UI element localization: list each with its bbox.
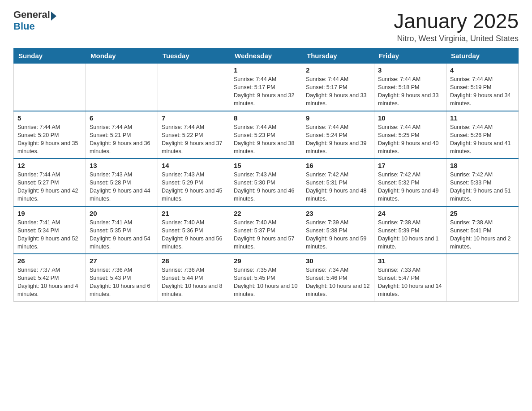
day-number: 8 xyxy=(234,114,298,122)
day-number: 31 xyxy=(378,257,442,265)
calendar-cell: 26Sunrise: 7:37 AM Sunset: 5:42 PM Dayli… xyxy=(14,254,86,301)
calendar-cell: 1Sunrise: 7:44 AM Sunset: 5:17 PM Daylig… xyxy=(230,64,302,111)
day-info: Sunrise: 7:42 AM Sunset: 5:33 PM Dayligh… xyxy=(450,171,515,203)
day-info: Sunrise: 7:36 AM Sunset: 5:43 PM Dayligh… xyxy=(90,266,154,299)
calendar-table: SundayMondayTuesdayWednesdayThursdayFrid… xyxy=(13,48,519,302)
calendar-cell: 19Sunrise: 7:41 AM Sunset: 5:34 PM Dayli… xyxy=(14,206,86,254)
day-number: 10 xyxy=(378,114,442,122)
day-number: 13 xyxy=(90,162,154,169)
calendar-cell: 30Sunrise: 7:34 AM Sunset: 5:46 PM Dayli… xyxy=(302,254,374,301)
day-info: Sunrise: 7:44 AM Sunset: 5:17 PM Dayligh… xyxy=(234,75,298,108)
day-info: Sunrise: 7:38 AM Sunset: 5:41 PM Dayligh… xyxy=(450,218,515,251)
day-number: 4 xyxy=(450,66,515,74)
calendar-cell xyxy=(86,64,158,111)
day-number: 28 xyxy=(162,257,226,265)
day-info: Sunrise: 7:43 AM Sunset: 5:29 PM Dayligh… xyxy=(162,171,226,203)
calendar-cell xyxy=(14,64,86,111)
day-number: 27 xyxy=(90,257,154,265)
day-info: Sunrise: 7:43 AM Sunset: 5:30 PM Dayligh… xyxy=(234,171,298,203)
day-info: Sunrise: 7:44 AM Sunset: 5:17 PM Dayligh… xyxy=(306,75,370,108)
day-info: Sunrise: 7:44 AM Sunset: 5:24 PM Dayligh… xyxy=(306,123,370,156)
day-info: Sunrise: 7:38 AM Sunset: 5:39 PM Dayligh… xyxy=(378,218,442,251)
calendar-week-row: 19Sunrise: 7:41 AM Sunset: 5:34 PM Dayli… xyxy=(14,206,519,254)
day-info: Sunrise: 7:42 AM Sunset: 5:32 PM Dayligh… xyxy=(378,171,442,203)
calendar-cell: 18Sunrise: 7:42 AM Sunset: 5:33 PM Dayli… xyxy=(446,158,519,206)
day-number: 11 xyxy=(450,114,515,122)
day-number: 1 xyxy=(234,66,298,74)
calendar-cell xyxy=(158,64,230,111)
calendar-cell: 20Sunrise: 7:41 AM Sunset: 5:35 PM Dayli… xyxy=(86,206,158,254)
logo-arrow-icon xyxy=(51,12,56,21)
day-number: 25 xyxy=(450,210,515,217)
calendar-cell: 29Sunrise: 7:35 AM Sunset: 5:45 PM Dayli… xyxy=(230,254,302,301)
page-subtitle: Nitro, West Virginia, United States xyxy=(394,34,519,43)
day-info: Sunrise: 7:44 AM Sunset: 5:22 PM Dayligh… xyxy=(162,123,226,156)
day-info: Sunrise: 7:43 AM Sunset: 5:28 PM Dayligh… xyxy=(90,171,154,203)
day-info: Sunrise: 7:44 AM Sunset: 5:20 PM Dayligh… xyxy=(17,123,82,156)
calendar-cell: 2Sunrise: 7:44 AM Sunset: 5:17 PM Daylig… xyxy=(302,64,374,111)
day-number: 29 xyxy=(234,257,298,265)
calendar-cell: 27Sunrise: 7:36 AM Sunset: 5:43 PM Dayli… xyxy=(86,254,158,301)
calendar-cell: 3Sunrise: 7:44 AM Sunset: 5:18 PM Daylig… xyxy=(374,64,446,111)
calendar-cell: 15Sunrise: 7:43 AM Sunset: 5:30 PM Dayli… xyxy=(230,158,302,206)
day-number: 3 xyxy=(378,66,442,74)
calendar-header-row: SundayMondayTuesdayWednesdayThursdayFrid… xyxy=(14,48,519,64)
calendar-cell: 4Sunrise: 7:44 AM Sunset: 5:19 PM Daylig… xyxy=(446,64,519,111)
calendar-cell: 17Sunrise: 7:42 AM Sunset: 5:32 PM Dayli… xyxy=(374,158,446,206)
calendar-cell: 24Sunrise: 7:38 AM Sunset: 5:39 PM Dayli… xyxy=(374,206,446,254)
logo-blue-text: Blue xyxy=(13,21,56,32)
day-number: 5 xyxy=(17,114,82,122)
day-number: 14 xyxy=(162,162,226,169)
calendar-week-row: 26Sunrise: 7:37 AM Sunset: 5:42 PM Dayli… xyxy=(14,254,519,301)
weekday-header-friday: Friday xyxy=(374,48,446,64)
day-number: 7 xyxy=(162,114,226,122)
day-number: 26 xyxy=(17,257,82,265)
calendar-week-row: 1Sunrise: 7:44 AM Sunset: 5:17 PM Daylig… xyxy=(14,64,519,111)
page-header: General Blue January 2025 Nitro, West Vi… xyxy=(13,9,519,43)
calendar-cell: 14Sunrise: 7:43 AM Sunset: 5:29 PM Dayli… xyxy=(158,158,230,206)
calendar-week-row: 12Sunrise: 7:44 AM Sunset: 5:27 PM Dayli… xyxy=(14,158,519,206)
title-area: January 2025 Nitro, West Virginia, Unite… xyxy=(394,9,519,43)
day-info: Sunrise: 7:42 AM Sunset: 5:31 PM Dayligh… xyxy=(306,171,370,203)
calendar-cell: 6Sunrise: 7:44 AM Sunset: 5:21 PM Daylig… xyxy=(86,111,158,159)
day-number: 12 xyxy=(17,162,82,169)
day-info: Sunrise: 7:44 AM Sunset: 5:23 PM Dayligh… xyxy=(234,123,298,156)
day-info: Sunrise: 7:40 AM Sunset: 5:37 PM Dayligh… xyxy=(234,218,298,251)
day-number: 22 xyxy=(234,210,298,217)
day-info: Sunrise: 7:36 AM Sunset: 5:44 PM Dayligh… xyxy=(162,266,226,299)
page-title: January 2025 xyxy=(394,9,519,33)
calendar-cell: 28Sunrise: 7:36 AM Sunset: 5:44 PM Dayli… xyxy=(158,254,230,301)
day-number: 20 xyxy=(90,210,154,217)
day-number: 9 xyxy=(306,114,370,122)
calendar-cell xyxy=(446,254,519,301)
weekday-header-thursday: Thursday xyxy=(302,48,374,64)
calendar-cell: 13Sunrise: 7:43 AM Sunset: 5:28 PM Dayli… xyxy=(86,158,158,206)
calendar-cell: 31Sunrise: 7:33 AM Sunset: 5:47 PM Dayli… xyxy=(374,254,446,301)
day-info: Sunrise: 7:41 AM Sunset: 5:35 PM Dayligh… xyxy=(90,218,154,251)
day-info: Sunrise: 7:41 AM Sunset: 5:34 PM Dayligh… xyxy=(17,218,82,251)
day-info: Sunrise: 7:37 AM Sunset: 5:42 PM Dayligh… xyxy=(17,266,82,299)
day-info: Sunrise: 7:44 AM Sunset: 5:21 PM Dayligh… xyxy=(90,123,154,156)
day-info: Sunrise: 7:35 AM Sunset: 5:45 PM Dayligh… xyxy=(234,266,298,299)
day-info: Sunrise: 7:44 AM Sunset: 5:18 PM Dayligh… xyxy=(378,75,442,108)
weekday-header-saturday: Saturday xyxy=(446,48,519,64)
calendar-cell: 23Sunrise: 7:39 AM Sunset: 5:38 PM Dayli… xyxy=(302,206,374,254)
weekday-header-monday: Monday xyxy=(86,48,158,64)
calendar-cell: 22Sunrise: 7:40 AM Sunset: 5:37 PM Dayli… xyxy=(230,206,302,254)
day-number: 2 xyxy=(306,66,370,74)
weekday-header-tuesday: Tuesday xyxy=(158,48,230,64)
calendar-cell: 11Sunrise: 7:44 AM Sunset: 5:26 PM Dayli… xyxy=(446,111,519,159)
day-number: 16 xyxy=(306,162,370,169)
day-number: 6 xyxy=(90,114,154,122)
day-info: Sunrise: 7:34 AM Sunset: 5:46 PM Dayligh… xyxy=(306,266,370,299)
day-info: Sunrise: 7:39 AM Sunset: 5:38 PM Dayligh… xyxy=(306,218,370,251)
weekday-header-wednesday: Wednesday xyxy=(230,48,302,64)
calendar-cell: 9Sunrise: 7:44 AM Sunset: 5:24 PM Daylig… xyxy=(302,111,374,159)
day-info: Sunrise: 7:33 AM Sunset: 5:47 PM Dayligh… xyxy=(378,266,442,299)
logo-general-text: General xyxy=(13,9,50,20)
day-number: 21 xyxy=(162,210,226,217)
calendar-cell: 12Sunrise: 7:44 AM Sunset: 5:27 PM Dayli… xyxy=(14,158,86,206)
weekday-header-sunday: Sunday xyxy=(14,48,86,64)
calendar-cell: 25Sunrise: 7:38 AM Sunset: 5:41 PM Dayli… xyxy=(446,206,519,254)
day-number: 19 xyxy=(17,210,82,217)
